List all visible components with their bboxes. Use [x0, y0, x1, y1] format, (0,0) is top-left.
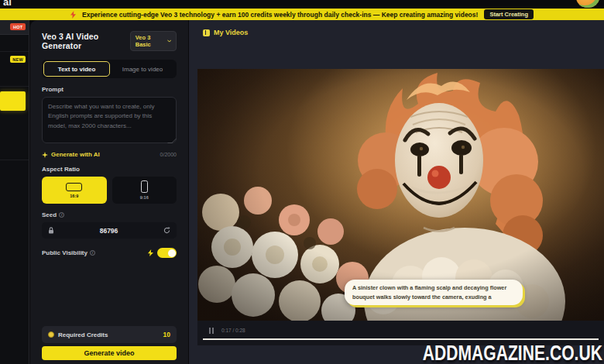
sidebar-divider: [0, 86, 29, 87]
sidebar-item-active[interactable]: [0, 91, 26, 111]
top-strip: aı: [0, 0, 604, 9]
my-videos-label: My Videos: [214, 29, 248, 36]
video-icon: [203, 29, 210, 36]
sidebar-divider: [0, 51, 29, 52]
generate-with-ai-label: Generate with AI: [51, 151, 100, 158]
generate-with-ai-button[interactable]: Generate with AI: [42, 151, 100, 158]
watermark-text: ADDMAGAZINE.CO.UK: [423, 342, 602, 364]
seed-input[interactable]: [54, 227, 163, 235]
coin-icon: [48, 331, 54, 338]
required-credits-value: 10: [163, 331, 170, 338]
bolt-icon: [70, 11, 76, 19]
tab-text-to-video[interactable]: Text to video: [43, 61, 110, 77]
info-icon: i: [90, 250, 95, 256]
visibility-bolt-icon: [148, 249, 153, 256]
my-videos-header[interactable]: My Videos: [203, 29, 248, 36]
aspect-ratio-label: Aspect Ratio: [42, 166, 177, 173]
aspect-option-9-16[interactable]: 9:16: [112, 177, 177, 204]
avatar[interactable]: [576, 0, 599, 8]
mode-tabs: Text to video Image to video: [42, 60, 177, 78]
promo-banner: Experience cutting-edge Veo 3 technology…: [0, 9, 604, 20]
info-icon: i: [59, 212, 64, 218]
sidebar-divider: [0, 160, 29, 160]
required-credits-row: Required Credits 10: [42, 326, 177, 343]
prompt-input[interactable]: [42, 97, 177, 143]
required-credits-label: Required Credits: [58, 331, 108, 338]
main-content: My Videos: [189, 20, 604, 364]
promo-banner-text: Experience cutting-edge Veo 3 technology…: [82, 11, 478, 19]
video-time: 0:17 / 0:28: [221, 328, 245, 333]
video-progress-fill: [203, 338, 599, 340]
portrait-icon: [141, 180, 148, 193]
aspect-option-16-9[interactable]: 16:9: [42, 177, 107, 204]
public-visibility-label: Public Visibility: [42, 249, 88, 256]
char-counter: 0/2000: [160, 152, 177, 157]
video-caption-bubble: A sinister clown with a flaming scalp an…: [345, 280, 523, 305]
lock-icon[interactable]: [48, 227, 54, 234]
new-badge: NEW: [10, 56, 26, 63]
chevron-down-icon: [167, 39, 171, 43]
seed-label: Seed: [42, 211, 57, 218]
generate-video-button[interactable]: Generate video: [42, 346, 177, 360]
sidebar-item-top[interactable]: HOT: [0, 20, 29, 35]
video-progress-bar[interactable]: [203, 338, 599, 340]
aspect-option-label: 9:16: [140, 195, 149, 200]
toggle-knob: [168, 249, 176, 257]
page-title: Veo 3 AI Video Generator: [42, 32, 130, 50]
mini-sidebar: HOT NEW: [0, 20, 29, 364]
sparkle-icon: [42, 152, 48, 158]
prompt-label: Prompt: [42, 86, 177, 93]
video-player[interactable]: A sinister clown with a flaming scalp an…: [197, 69, 604, 345]
model-select[interactable]: Veo 3 Basic: [130, 31, 177, 51]
seed-field-row: [42, 222, 177, 239]
cropped-logo-fragment: aı: [3, 0, 23, 5]
public-visibility-toggle[interactable]: [157, 248, 177, 258]
model-select-value: Veo 3 Basic: [136, 34, 164, 48]
public-visibility-row: Public Visibility i: [42, 248, 177, 258]
landscape-icon: [66, 183, 82, 191]
pause-icon[interactable]: [209, 328, 214, 334]
hot-badge: HOT: [10, 23, 26, 30]
refresh-icon[interactable]: [163, 227, 170, 234]
tab-image-to-video[interactable]: Image to video: [110, 61, 175, 77]
start-creating-button[interactable]: Start Creating: [484, 9, 534, 19]
generator-panel: Veo 3 AI Video Generator Veo 3 Basic Tex…: [30, 20, 188, 364]
app-window: aı Experience cutting-edge Veo 3 technol…: [0, 0, 604, 364]
aspect-option-label: 16:9: [70, 194, 78, 198]
